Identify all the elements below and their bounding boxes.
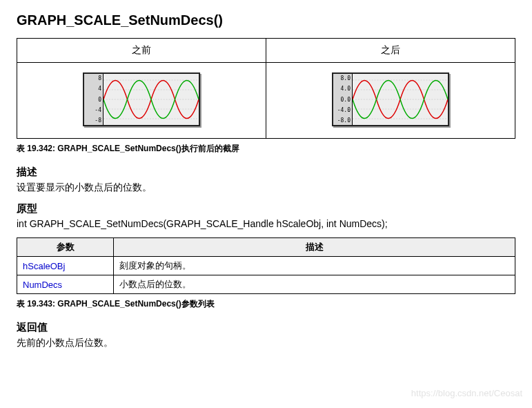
tick-label: -4: [86, 107, 101, 113]
graph-widget-before: 8 4 0 -4 -8: [83, 72, 200, 126]
graph-widget-after: 8.0 4.0 0.0 -4.0 -8.0: [332, 72, 449, 126]
prototype-text: int GRAPH_SCALE_SetNumDecs(GRAPH_SCALE_H…: [17, 218, 515, 229]
param-name: NumDecs: [17, 275, 114, 294]
tick-label: -8.0: [335, 117, 351, 124]
tick-label: 0: [86, 97, 101, 103]
param-name: hScaleOBj: [17, 257, 114, 275]
compare-table: 之前 之后 8 4 0 -4 -8: [17, 38, 515, 139]
tick-label: 0.0: [335, 97, 351, 103]
compare-cell-before: 8 4 0 -4 -8: [17, 63, 266, 139]
param-row: NumDecs 小数点后的位数。: [17, 275, 515, 294]
table-caption-1: 表 19.342: GRAPH_SCALE_SetNumDecs()执行前后的截…: [17, 143, 515, 155]
section-return-heading: 返回值: [17, 321, 515, 334]
tick-label: 8.0: [335, 75, 351, 81]
page-title: GRAPH_SCALE_SetNumDecs(): [17, 12, 515, 28]
compare-header-before: 之前: [17, 39, 266, 63]
param-header-name: 参数: [17, 238, 114, 257]
description-text: 设置要显示的小数点后的位数。: [17, 182, 515, 194]
compare-cell-after: 8.0 4.0 0.0 -4.0 -8.0: [266, 63, 515, 139]
param-desc: 小数点后的位数。: [114, 275, 515, 294]
tick-label: 8: [86, 75, 101, 81]
param-table: 参数 描述 hScaleOBj 刻度对象的句柄。 NumDecs 小数点后的位数…: [17, 237, 515, 294]
tick-label: -8: [86, 117, 101, 124]
tick-label: 4: [86, 86, 101, 92]
section-description-heading: 描述: [17, 166, 515, 179]
graph-yaxis-before: 8 4 0 -4 -8: [84, 74, 104, 125]
table-caption-2: 表 19.343: GRAPH_SCALE_SetNumDecs()参数列表: [17, 298, 515, 310]
return-text: 先前的小数点后位数。: [17, 337, 515, 349]
graph-plot-before: [104, 74, 199, 125]
compare-header-after: 之后: [266, 39, 515, 63]
tick-label: -4.0: [335, 107, 351, 113]
graph-yaxis-after: 8.0 4.0 0.0 -4.0 -8.0: [333, 74, 353, 125]
tick-label: 4.0: [335, 86, 351, 92]
param-header-desc: 描述: [114, 238, 515, 257]
graph-plot-after: [353, 74, 448, 125]
param-row: hScaleOBj 刻度对象的句柄。: [17, 257, 515, 275]
section-prototype-heading: 原型: [17, 202, 515, 215]
param-desc: 刻度对象的句柄。: [114, 257, 515, 275]
